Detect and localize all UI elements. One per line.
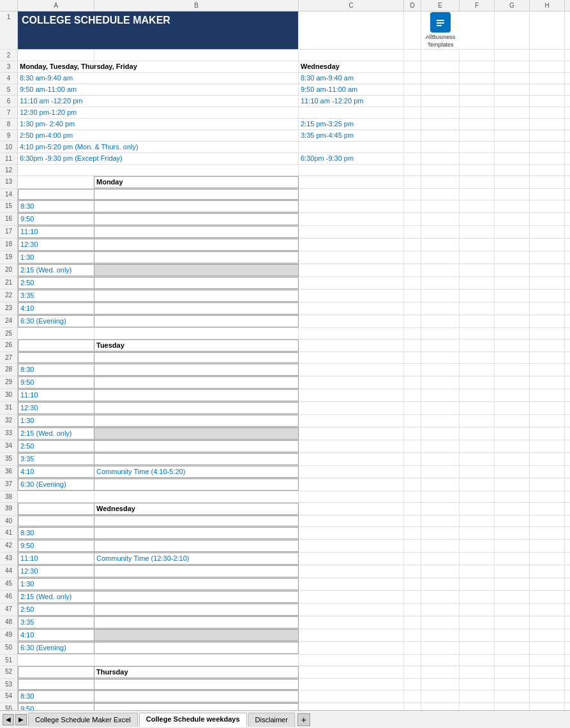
row-number: 1 <box>0 11 18 49</box>
table-row: 31 12:30 <box>0 402 570 415</box>
row-number: 19 <box>0 251 18 264</box>
time-mttf: 12:30 pm-1:20 pm <box>18 107 299 118</box>
table-row: 25 <box>0 328 570 339</box>
table-row: 2 <box>0 50 570 61</box>
table-row: 26 Tuesday <box>0 339 570 352</box>
logo-area: AllBusiness Templates <box>421 11 460 49</box>
wed-header: Wednesday <box>299 61 404 72</box>
row-number: 38 <box>0 491 18 502</box>
cell-f2 <box>460 50 495 61</box>
thursday-header: Thursday <box>94 666 299 678</box>
cell-f1 <box>460 11 495 49</box>
row-number: 15 <box>0 200 18 212</box>
time-wed: 11:10 am -12:20 pm <box>299 96 404 107</box>
row-number: 46 <box>0 591 18 603</box>
logo-icon <box>430 12 451 33</box>
col-d-header: D <box>404 0 421 11</box>
community-time-tue: Community Time (4:10-5:20) <box>94 466 299 478</box>
row-number: 47 <box>0 604 18 616</box>
svg-rect-3 <box>437 25 442 26</box>
row-number: 53 <box>0 679 18 690</box>
row-number: 4 <box>0 73 18 84</box>
time-wed <box>299 142 404 152</box>
table-row: 37 6:30 (Evening) <box>0 479 570 491</box>
tab-college-schedule-weekdays[interactable]: College Schedule weekdays <box>139 713 247 727</box>
row-num-header <box>0 0 18 11</box>
tab-disclaimer[interactable]: Disclaimer <box>248 713 295 727</box>
table-row: 19 1:30 <box>0 251 570 264</box>
table-row: 29 9:50 <box>0 376 570 389</box>
row-number: 31 <box>0 402 18 414</box>
table-row: 47 2:50 <box>0 604 570 616</box>
time-wed: 2:15 pm-3:25 pm <box>299 119 404 130</box>
time-mttf: 6:30pm -9:30 pm (Except Friday) <box>18 153 299 164</box>
table-row: 49 4:10 <box>0 629 570 642</box>
row-number: 50 <box>0 642 18 654</box>
table-row: 12 <box>0 165 570 176</box>
row-number: 44 <box>0 565 18 577</box>
table-row: 32 1:30 <box>0 415 570 427</box>
row-number: 54 <box>0 690 18 702</box>
table-row: 13 Monday <box>0 176 570 189</box>
svg-rect-2 <box>437 22 444 24</box>
row-number: 16 <box>0 213 18 225</box>
row-number: 28 <box>0 364 18 376</box>
cell-d1 <box>404 11 421 49</box>
row-number: 45 <box>0 578 18 590</box>
tab-college-schedule-maker[interactable]: College Schedule Maker Excel <box>28 713 138 727</box>
table-row: 22 3:35 <box>0 290 570 302</box>
table-row: 9 2:50 pm-4:00 pm 3:35 pm-4:45 pm <box>0 130 570 142</box>
cell-e3 <box>421 61 460 72</box>
mttf-header: Monday, Tuesday, Thursday, Friday <box>18 61 299 72</box>
table-row: 51 <box>0 655 570 666</box>
row-number: 23 <box>0 302 18 315</box>
table-row: 5 9:50 am-11:00 am 9:50 am-11:00 am <box>0 84 570 96</box>
table-row: 44 12:30 <box>0 565 570 578</box>
row-number: 24 <box>0 315 18 327</box>
table-row: 42 9:50 <box>0 540 570 553</box>
row-number: 6 <box>0 96 18 107</box>
cell-c2 <box>299 50 404 61</box>
time-mttf: 2:50 pm-4:00 pm <box>18 130 299 141</box>
col-f-header: F <box>460 0 495 11</box>
table-row: 24 6:30 (Evening) <box>0 315 570 328</box>
table-row: 21 2:50 <box>0 277 570 290</box>
time-wed <box>299 107 404 118</box>
time-wed: 9:50 am-11:00 am <box>299 84 404 95</box>
table-row: 30 11:10 <box>0 389 570 402</box>
col-c-header: C <box>299 0 404 11</box>
table-row: 14 <box>0 189 570 200</box>
row-number: 43 <box>0 553 18 565</box>
row-number: 41 <box>0 527 18 539</box>
row-number: 49 <box>0 629 18 641</box>
time-mttf: 9:50 am-11:00 am <box>18 84 299 95</box>
row-number: 10 <box>0 142 18 152</box>
table-row: 53 <box>0 679 570 690</box>
row-number: 42 <box>0 540 18 552</box>
cell-g3 <box>495 61 530 72</box>
col-a-header: A <box>18 0 94 11</box>
table-row: 10 4:10 pm-5:20 pm (Mon. & Thurs. only) <box>0 142 570 153</box>
tab-prev-button[interactable]: ◀ <box>3 714 14 725</box>
tab-bar: ◀ ▶ College Schedule Maker Excel College… <box>0 710 570 728</box>
table-row: 6 11:10 am -12:20 pm 11:10 am -12:20 pm <box>0 96 570 107</box>
cell-d3 <box>404 61 421 72</box>
tab-next-button[interactable]: ▶ <box>15 714 27 725</box>
row-number: 39 <box>0 503 18 515</box>
cell-g2 <box>495 50 530 61</box>
add-sheet-button[interactable]: + <box>297 713 310 726</box>
table-row: 7 12:30 pm-1:20 pm <box>0 107 570 119</box>
row-number: 9 <box>0 130 18 141</box>
table-row: 54 8:30 <box>0 690 570 703</box>
row-number: 29 <box>0 376 18 389</box>
time-mttf: 11:10 am -12:20 pm <box>18 96 299 107</box>
row-number: 51 <box>0 655 18 665</box>
table-row: 33 2:15 (Wed. only) <box>0 427 570 440</box>
cell-d2 <box>404 50 421 61</box>
column-headers: A B C D E F G H <box>0 0 570 11</box>
table-row: 23 4:10 <box>0 302 570 315</box>
cell-h3 <box>530 61 565 72</box>
svg-rect-1 <box>437 20 444 21</box>
row-number: 36 <box>0 466 18 478</box>
cell-f3 <box>460 61 495 72</box>
